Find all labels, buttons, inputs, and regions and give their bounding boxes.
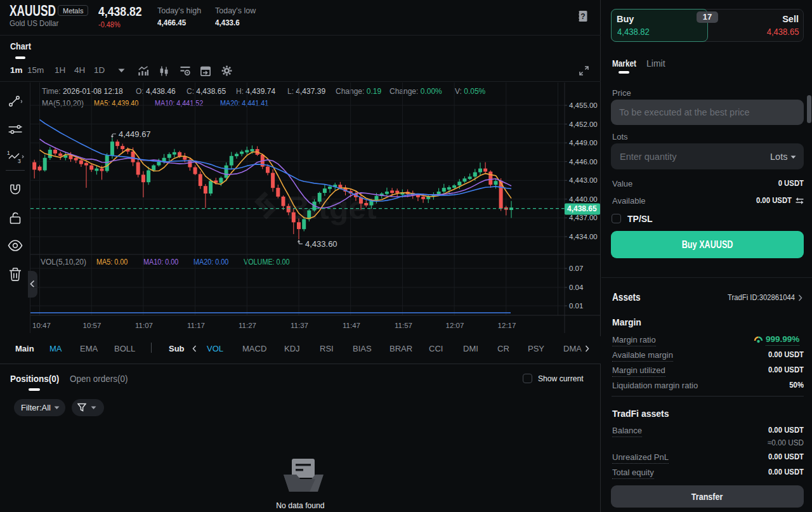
svg-text:4,449.00: 4,449.00: [569, 139, 598, 147]
svg-text:4,446.00: 4,446.00: [569, 158, 598, 166]
svg-text:Bitget: Bitget: [287, 190, 377, 226]
svg-text:11:47: 11:47: [343, 322, 360, 329]
svg-text:11:07: 11:07: [135, 322, 153, 329]
svg-text:11:27: 11:27: [239, 322, 256, 329]
svg-text:4,452.00: 4,452.00: [569, 121, 598, 128]
svg-text:0.01: 0.01: [569, 302, 583, 310]
svg-text:12:07: 12:07: [446, 322, 464, 329]
svg-text:4,434.00: 4,434.00: [569, 233, 598, 240]
svg-text:4,449.67: 4,449.67: [119, 129, 151, 139]
svg-text:4,455.00: 4,455.00: [569, 102, 598, 109]
svg-text:10:47: 10:47: [32, 322, 51, 329]
svg-text:4,437.00: 4,437.00: [569, 214, 598, 221]
svg-text:0.04: 0.04: [569, 284, 584, 291]
svg-text:1: 1: [7, 150, 10, 156]
svg-text:12:17: 12:17: [498, 322, 516, 329]
svg-text:0.07: 0.07: [569, 265, 583, 272]
svg-text:4,438.65: 4,438.65: [567, 204, 597, 213]
svg-text:4,440.00: 4,440.00: [569, 195, 598, 203]
svg-text:11:37: 11:37: [291, 322, 308, 329]
svg-text:?: ?: [580, 12, 585, 21]
svg-text:4,433.60: 4,433.60: [305, 239, 337, 249]
svg-text:10:57: 10:57: [83, 322, 102, 329]
svg-text:3: 3: [18, 158, 21, 164]
svg-text:11:57: 11:57: [395, 322, 412, 329]
svg-text:11:17: 11:17: [187, 322, 205, 329]
svg-text:4,443.00: 4,443.00: [569, 176, 598, 184]
